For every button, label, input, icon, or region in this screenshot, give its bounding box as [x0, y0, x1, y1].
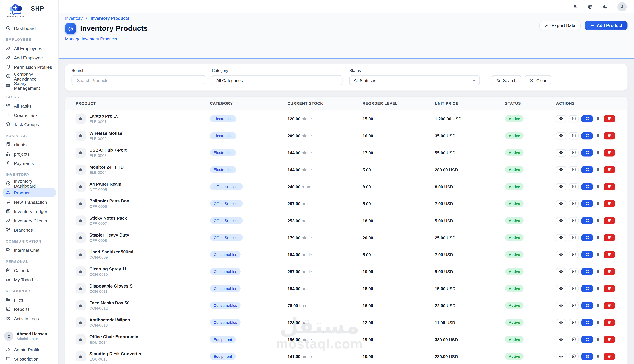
manage-inventory-products-link[interactable]: Manage Inventory Products: [65, 36, 117, 41]
sidebar-item-payments[interactable]: Payments: [2, 158, 56, 168]
sidebar-item-admin-profile[interactable]: Admin Profile: [2, 345, 56, 354]
notifications-icon[interactable]: [572, 4, 578, 9]
barcode-button[interactable]: [582, 353, 593, 360]
export-data-button[interactable]: Export Data: [540, 21, 581, 30]
barcode-button[interactable]: [582, 251, 593, 258]
delete-button[interactable]: [604, 285, 615, 292]
barcode-button[interactable]: [582, 268, 593, 275]
pause-button[interactable]: [596, 149, 601, 156]
status-select[interactable]: All Statuses: [349, 75, 480, 85]
view-button[interactable]: [556, 268, 566, 275]
table-row[interactable]: Wireless MouseELE-0002Electronics209.00p…: [65, 127, 628, 144]
edit-button[interactable]: [569, 200, 579, 207]
search-input[interactable]: [76, 78, 200, 83]
sidebar-item-clients[interactable]: clients: [2, 140, 56, 149]
view-button[interactable]: [556, 336, 566, 343]
edit-button[interactable]: [569, 183, 579, 190]
delete-button[interactable]: [604, 132, 615, 139]
sidebar-item-activity-logs[interactable]: Activity Logs: [2, 314, 56, 323]
delete-button[interactable]: [604, 217, 615, 224]
barcode-button[interactable]: [582, 336, 593, 343]
pause-button[interactable]: [596, 285, 601, 292]
pause-button[interactable]: [596, 166, 601, 173]
delete-button[interactable]: [604, 149, 615, 156]
add-product-button[interactable]: Add Product: [585, 21, 628, 30]
sidebar-item-subscription[interactable]: Subscription: [2, 354, 56, 363]
edit-button[interactable]: [569, 268, 579, 275]
sidebar-item-dashboard[interactable]: Dashboard: [2, 24, 56, 33]
pause-button[interactable]: [596, 319, 601, 326]
view-button[interactable]: [556, 234, 566, 241]
delete-button[interactable]: [604, 353, 615, 360]
pause-button[interactable]: [596, 200, 601, 207]
table-row[interactable]: Monitor 24" FHDELE-0004Electronics144.00…: [65, 161, 628, 178]
sidebar-item-all-employees[interactable]: All Employees: [2, 44, 56, 53]
breadcrumb-inventory[interactable]: Inventory: [65, 16, 82, 21]
table-row[interactable]: Cleaning Spray 1LCON-0010Consumables257.…: [65, 263, 628, 280]
view-button[interactable]: [556, 132, 566, 139]
barcode-button[interactable]: [582, 115, 593, 122]
view-button[interactable]: [556, 251, 566, 258]
sidebar-item-salary-management[interactable]: Salary Management: [2, 81, 56, 90]
sidebar-item-calendar[interactable]: Calendar: [2, 266, 56, 275]
view-button[interactable]: [556, 285, 566, 292]
table-row[interactable]: Ballpoint Pens BoxOFF-0006Office Supplie…: [65, 195, 628, 212]
delete-button[interactable]: [604, 336, 615, 343]
view-button[interactable]: [556, 302, 566, 309]
barcode-button[interactable]: [582, 302, 593, 309]
pause-button[interactable]: [596, 302, 601, 309]
profile-avatar[interactable]: [618, 2, 626, 11]
edit-button[interactable]: [569, 302, 579, 309]
table-row[interactable]: Sticky Notes PackOFF-0007Office Supplies…: [65, 212, 628, 229]
sidebar-item-add-employee[interactable]: Add Employee: [2, 53, 56, 62]
table-row[interactable]: Antibacterial WipesCON-0013Consumables12…: [65, 314, 628, 331]
sidebar-item-projects[interactable]: projects: [2, 149, 56, 158]
brand-logo[interactable]: شمول SHUMOOL PLUS SHP: [0, 0, 58, 20]
table-row[interactable]: Standing Desk ConverterEQU-0015Equipment…: [65, 348, 628, 364]
clear-button[interactable]: Clear: [525, 75, 551, 85]
edit-button[interactable]: [569, 285, 579, 292]
category-select[interactable]: All Categories: [212, 75, 342, 85]
table-row[interactable]: Disposable Gloves SCON-0011Consumables15…: [65, 280, 628, 297]
delete-button[interactable]: [604, 302, 615, 309]
pause-button[interactable]: [596, 353, 601, 360]
edit-button[interactable]: [569, 353, 579, 360]
delete-button[interactable]: [604, 115, 615, 122]
delete-button[interactable]: [604, 234, 615, 241]
sidebar-item-permission-profiles[interactable]: Permission Profiles: [2, 62, 56, 72]
sidebar-item-inventory-ledger[interactable]: Inventory Ledger: [2, 207, 56, 216]
search-button[interactable]: Search: [492, 75, 522, 85]
edit-button[interactable]: [569, 234, 579, 241]
delete-button[interactable]: [604, 268, 615, 275]
view-button[interactable]: [556, 166, 566, 173]
sidebar-item-products[interactable]: Products: [2, 188, 56, 197]
delete-button[interactable]: [604, 319, 615, 326]
barcode-button[interactable]: [582, 166, 593, 173]
pause-button[interactable]: [596, 234, 601, 241]
sidebar-item-inventory-clients[interactable]: Inventory Clients: [2, 216, 56, 225]
sidebar-item-all-tasks[interactable]: All Tasks: [2, 101, 56, 110]
table-row[interactable]: Face Masks Box 50CON-0012Consumables76.0…: [65, 297, 628, 314]
view-button[interactable]: [556, 115, 566, 122]
table-row[interactable]: Laptop Pro 15"ELE-0001Electronics120.00p…: [65, 110, 628, 127]
sidebar-item-files[interactable]: Files: [2, 295, 56, 304]
barcode-button[interactable]: [582, 217, 593, 224]
barcode-button[interactable]: [582, 234, 593, 241]
table-row[interactable]: Stapler Heavy DutyOFF-0008Office Supplie…: [65, 229, 628, 246]
view-button[interactable]: [556, 217, 566, 224]
sidebar-item-company-attendance[interactable]: Company Attendance: [2, 72, 56, 81]
edit-button[interactable]: [569, 319, 579, 326]
sidebar-item-inventory-dashboard[interactable]: Inventory Dashboard: [2, 179, 56, 188]
sidebar-item-branches[interactable]: Branches: [2, 225, 56, 234]
pause-button[interactable]: [596, 115, 601, 122]
table-row[interactable]: Hand Sanitizer 500mlCON-0009Consumables1…: [65, 246, 628, 263]
delete-button[interactable]: [604, 166, 615, 173]
edit-button[interactable]: [569, 115, 579, 122]
pause-button[interactable]: [596, 336, 601, 343]
sidebar-item-new-transaction[interactable]: New Transaction: [2, 197, 56, 206]
delete-button[interactable]: [604, 200, 615, 207]
pause-button[interactable]: [596, 132, 601, 139]
edit-button[interactable]: [569, 336, 579, 343]
sidebar-item-my-todo-list[interactable]: My Todo List: [2, 275, 56, 284]
edit-button[interactable]: [569, 149, 579, 156]
